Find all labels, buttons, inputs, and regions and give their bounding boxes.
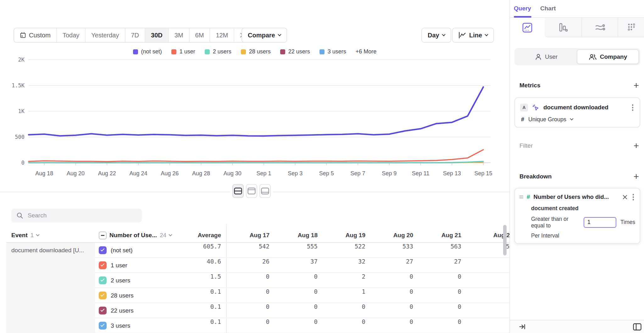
cell-value: 533 bbox=[366, 243, 413, 250]
table-row-1-user: 1 user40.626373227272 bbox=[95, 258, 509, 273]
measure-selector[interactable]: # Unique Groups bbox=[520, 116, 635, 123]
cell-value: 0 bbox=[366, 303, 413, 310]
cell-value: 2 bbox=[318, 273, 365, 280]
cell-value: 27 bbox=[414, 258, 461, 265]
chart-type-grid-tab[interactable] bbox=[618, 18, 644, 37]
metrics-heading: Metrics bbox=[519, 82, 541, 89]
check-icon bbox=[101, 278, 105, 282]
cell-value: 555 bbox=[270, 243, 318, 250]
cell-value: 0 bbox=[466, 273, 509, 280]
chart-type-bar-tab[interactable] bbox=[545, 18, 581, 37]
average-value: 0.1 bbox=[174, 303, 221, 310]
average-value: 0.1 bbox=[174, 288, 221, 295]
analytics-app: 05001K1.5K2KAug 18Aug 20Aug 22Aug 24Aug … bbox=[0, 0, 644, 333]
row-checkbox[interactable] bbox=[99, 307, 107, 314]
cell-value: 0 bbox=[466, 318, 509, 325]
row-checkbox[interactable] bbox=[99, 292, 107, 299]
main-area: 05001K1.5K2KAug 18Aug 20Aug 22Aug 24Aug … bbox=[0, 0, 509, 333]
check-icon bbox=[101, 293, 105, 297]
check-icon bbox=[101, 248, 105, 252]
breakdown-unit-label: Times bbox=[620, 219, 635, 226]
metric-event-name[interactable]: document downloaded bbox=[543, 104, 627, 111]
breakdown-condition-label[interactable]: Greater than or equal to bbox=[531, 216, 580, 229]
cell-value: 563 bbox=[414, 243, 461, 250]
table-row-not-set: (not set)605.754255552253356353 bbox=[95, 243, 509, 258]
scope-company-label: Company bbox=[600, 53, 627, 60]
query-panel: Query Chart bbox=[509, 0, 644, 333]
row-checkbox[interactable] bbox=[99, 276, 107, 284]
tab-query[interactable]: Query bbox=[514, 5, 531, 12]
chart-type-strip bbox=[510, 18, 644, 37]
row-label: 3 users bbox=[111, 318, 130, 333]
cell-value: 0 bbox=[366, 288, 413, 295]
row-checkbox[interactable] bbox=[99, 322, 107, 330]
event-click-icon bbox=[532, 104, 539, 111]
scope-user-option[interactable]: User bbox=[516, 49, 577, 64]
chevron-down-icon bbox=[570, 117, 573, 120]
breakdown-title[interactable]: Number of Users who did... bbox=[534, 194, 619, 200]
active-tab-underline bbox=[514, 16, 531, 18]
cell-value: 27 bbox=[366, 258, 413, 265]
row-checkbox[interactable] bbox=[99, 246, 107, 254]
cell-value: 0 bbox=[270, 288, 318, 295]
scope-company-option[interactable]: Company bbox=[577, 49, 639, 64]
company-users-icon bbox=[589, 53, 597, 60]
average-value: 605.7 bbox=[174, 243, 221, 250]
breakdown-event-name[interactable]: document created bbox=[531, 205, 635, 212]
cell-value: 37 bbox=[270, 258, 318, 265]
breakdown-heading: Breakdown bbox=[519, 173, 552, 180]
cell-value: 0 bbox=[414, 288, 461, 295]
row-label: 1 user bbox=[111, 258, 127, 273]
row-checkbox[interactable] bbox=[99, 261, 107, 269]
line-chart-box-icon bbox=[522, 22, 533, 33]
cell-value: 1 bbox=[318, 288, 365, 295]
panel-footer bbox=[510, 320, 644, 333]
cell-value: 0 bbox=[366, 318, 413, 325]
row-label: 22 users bbox=[111, 303, 134, 318]
table-scrollbar[interactable] bbox=[503, 225, 507, 255]
add-filter-button[interactable]: + bbox=[633, 143, 639, 149]
table-row-2-users: 2 users1.5002000 bbox=[95, 273, 509, 288]
breakdown-section-header: Breakdown + bbox=[510, 172, 644, 182]
table-row-3-users: 3 users0.1000000 bbox=[95, 318, 509, 333]
cell-value: 0 bbox=[222, 288, 269, 295]
check-icon bbox=[101, 263, 105, 267]
cell-value: 0 bbox=[222, 273, 269, 280]
cell-value: 0 bbox=[466, 303, 509, 310]
cell-value: 0 bbox=[466, 288, 509, 295]
breakdown-kebab-menu[interactable] bbox=[631, 193, 636, 202]
cell-value: 0 bbox=[270, 303, 318, 310]
average-value: 0.1 bbox=[174, 318, 221, 325]
check-icon bbox=[101, 308, 105, 312]
row-label: (not set) bbox=[111, 243, 133, 258]
hash-icon: # bbox=[521, 116, 524, 123]
cell-value: 0 bbox=[414, 318, 461, 325]
breakdown-value-input[interactable] bbox=[584, 217, 616, 228]
panel-tabs: Query Chart bbox=[510, 0, 644, 18]
collapse-panel-icon[interactable] bbox=[519, 323, 526, 330]
measure-label: Unique Groups bbox=[528, 116, 566, 123]
bar-chart-icon bbox=[558, 22, 568, 32]
side-panel-toggle-icon[interactable] bbox=[633, 323, 641, 330]
cell-value: 0 bbox=[270, 318, 318, 325]
drag-handle-icon[interactable] bbox=[519, 196, 523, 198]
metric-kebab-menu[interactable] bbox=[631, 103, 635, 112]
add-breakdown-button[interactable]: + bbox=[633, 173, 639, 180]
average-value: 40.6 bbox=[174, 258, 221, 265]
cell-value: 0 bbox=[270, 273, 318, 280]
cell-value: 0 bbox=[414, 303, 461, 310]
filter-heading: Filter bbox=[519, 142, 533, 149]
breakdown-per-interval-label[interactable]: Per Interval bbox=[531, 232, 635, 239]
chart-type-line-tab[interactable] bbox=[510, 18, 545, 37]
cell-value: 542 bbox=[222, 243, 269, 250]
tab-chart[interactable]: Chart bbox=[540, 5, 556, 12]
cell-value: 522 bbox=[318, 243, 365, 250]
add-metric-button[interactable]: + bbox=[633, 82, 639, 89]
close-icon[interactable] bbox=[622, 194, 628, 200]
cell-value: 2 bbox=[466, 258, 509, 265]
cell-value: 32 bbox=[318, 258, 365, 265]
chart-type-flow-tab[interactable] bbox=[581, 18, 618, 37]
metric-card: A document downloaded # Unique Groups bbox=[514, 97, 640, 128]
cell-value: 0 bbox=[222, 303, 269, 310]
cell-value: 0 bbox=[318, 303, 365, 310]
